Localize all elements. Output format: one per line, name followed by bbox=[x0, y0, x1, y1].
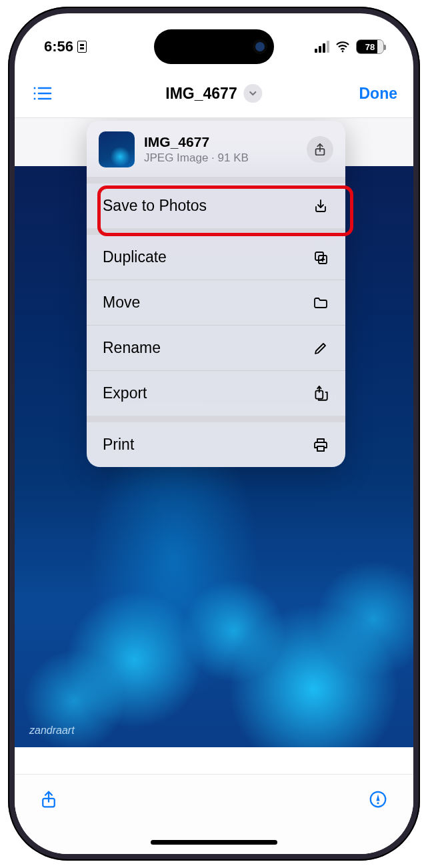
menu-item-label: Print bbox=[103, 436, 134, 454]
sim-icon bbox=[77, 41, 87, 53]
menu-item-label: Rename bbox=[103, 339, 161, 357]
file-meta: JPEG Image · 91 KB bbox=[144, 151, 297, 165]
image-signature: zandraart bbox=[29, 725, 75, 737]
menu-item-save-to-photos[interactable]: Save to Photos bbox=[87, 183, 345, 228]
cellular-signal-icon bbox=[315, 41, 329, 53]
menu-divider bbox=[87, 416, 345, 422]
toolbar-share-button[interactable] bbox=[39, 789, 60, 811]
download-icon bbox=[312, 197, 329, 215]
content-area: zandraart IMG_4677 JPEG Image · 91 KB bbox=[15, 117, 413, 747]
battery-indicator: 78 bbox=[356, 39, 384, 54]
menu-item-label: Save to Photos bbox=[103, 197, 207, 215]
svg-point-0 bbox=[342, 51, 344, 53]
menu-item-label: Export bbox=[103, 384, 147, 402]
wifi-icon bbox=[335, 39, 351, 55]
svg-point-5 bbox=[34, 98, 36, 100]
menu-item-move[interactable]: Move bbox=[87, 280, 345, 325]
menu-header: IMG_4677 JPEG Image · 91 KB bbox=[87, 121, 345, 177]
menu-divider bbox=[87, 228, 345, 235]
folder-icon bbox=[312, 294, 329, 312]
toolbar-markup-button[interactable] bbox=[368, 789, 389, 811]
menu-item-print[interactable]: Print bbox=[87, 422, 345, 467]
file-thumbnail bbox=[99, 131, 135, 167]
done-button[interactable]: Done bbox=[359, 85, 398, 103]
svg-point-1 bbox=[34, 87, 36, 89]
list-button[interactable] bbox=[31, 82, 53, 105]
home-indicator[interactable] bbox=[151, 840, 277, 845]
menu-divider bbox=[87, 177, 345, 183]
file-name: IMG_4677 bbox=[144, 134, 297, 150]
status-time: 6:56 bbox=[44, 38, 73, 55]
svg-rect-14 bbox=[317, 446, 324, 451]
menu-item-rename[interactable]: Rename bbox=[87, 325, 345, 370]
nav-title: IMG_4677 bbox=[165, 85, 237, 103]
context-menu: IMG_4677 JPEG Image · 91 KB Save to Phot… bbox=[87, 121, 345, 467]
chevron-down-icon bbox=[244, 84, 263, 103]
phone-frame: 6:56 78 bbox=[8, 7, 420, 861]
menu-item-export[interactable]: Export bbox=[87, 370, 345, 416]
svg-point-17 bbox=[377, 802, 379, 804]
menu-item-label: Duplicate bbox=[103, 248, 167, 266]
menu-item-duplicate[interactable]: Duplicate bbox=[87, 235, 345, 280]
menu-item-label: Move bbox=[103, 294, 140, 312]
pencil-icon bbox=[312, 340, 329, 357]
printer-icon bbox=[312, 436, 329, 454]
export-icon bbox=[312, 385, 329, 402]
duplicate-icon bbox=[312, 249, 329, 266]
nav-title-group[interactable]: IMG_4677 bbox=[165, 84, 262, 103]
status-bar: 6:56 78 bbox=[15, 33, 413, 60]
battery-pct: 78 bbox=[365, 42, 375, 52]
screen: 6:56 78 bbox=[15, 13, 413, 854]
nav-bar: IMG_4677 Done bbox=[15, 73, 413, 113]
svg-point-3 bbox=[34, 93, 36, 95]
share-button[interactable] bbox=[307, 136, 333, 163]
